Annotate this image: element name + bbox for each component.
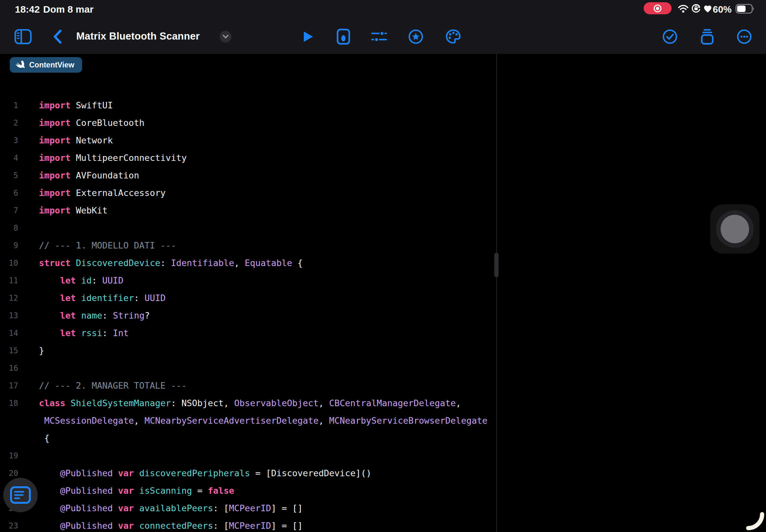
line-number [0,429,18,447]
code-text: class ShieldSystemManager: NSObject, Obs… [39,394,461,412]
line-number: 6 [0,184,18,202]
sidebar-toggle-button[interactable] [14,29,32,44]
code-line-8[interactable]: 8 [0,219,39,237]
line-number: 11 [0,272,18,289]
code-line-23[interactable]: 23 @Published var connectedPeers: [MCPee… [0,517,303,532]
code-text: @Published var connectedPeers: [MCPeerID… [39,517,303,532]
screen-recording-indicator[interactable] [644,2,672,14]
settings-sliders-button[interactable] [371,29,387,44]
ellipsis-circle-icon [736,29,752,44]
status-date: Dom 8 mar [43,4,93,15]
more-options-button[interactable] [736,29,752,44]
star-circle-icon [408,29,424,44]
line-number: 15 [0,342,18,359]
line-number [0,412,18,429]
code-line-16[interactable]: 16 [0,359,39,377]
code-line-22[interactable]: 22 @Published var availablePeers: [MCPee… [0,500,303,517]
code-line-14[interactable]: 14 let rssi: Int [0,324,128,342]
console-log-icon [10,486,31,504]
app-preview-button[interactable] [335,29,351,45]
code-text: // --- 1. MODELLO DATI --- [39,237,176,254]
palette-icon [445,29,462,44]
assistive-touch-icon [716,210,754,248]
line-number: 5 [0,167,18,184]
line-number: 23 [0,517,18,532]
code-line-11[interactable]: 11 let id: UUID [0,272,123,289]
code-editor-pane[interactable]: ContentView 1import SwiftUI2import CoreB… [0,54,496,532]
run-play-icon [303,31,313,42]
check-actions-button[interactable] [662,29,678,44]
console-log-button[interactable] [3,478,38,512]
title-menu-button[interactable] [220,31,231,42]
code-line-3[interactable]: 3import Network [0,132,113,149]
line-number: 12 [0,289,18,307]
line-number: 1 [0,97,18,114]
assistive-touch-button[interactable] [710,204,760,254]
document-title: Matrix Bluetooth Scanner [76,30,200,42]
code-area[interactable]: 1import SwiftUI2import CoreBluetooth3imp… [0,54,496,532]
code-text: struct DiscoveredDevice: Identifiable, E… [39,254,303,272]
code-line-12[interactable]: 12 let identifier: UUID [0,289,165,307]
code-line-1[interactable]: 1import SwiftUI [0,97,113,114]
code-text: let name: String? [39,307,150,324]
appearance-button[interactable] [445,29,462,44]
code-text: @Published var discoveredPeripherals = [… [39,465,371,482]
orientation-lock-icon [691,3,701,13]
code-line-9[interactable]: 9// --- 1. MODELLO DATI --- [0,237,176,254]
sidebar-toggle-icon [14,29,32,44]
code-text: @Published var isScanning = false [39,482,234,500]
code-line-13[interactable]: 13 let name: String? [0,307,150,324]
window-stack-button[interactable] [699,29,715,45]
line-number: 16 [0,359,18,377]
sliders-icon [371,29,387,44]
line-number: 13 [0,307,18,324]
favorites-button[interactable] [408,29,424,44]
editor-scrollbar[interactable] [494,253,499,277]
code-line-20[interactable]: 20 @Published var discoveredPeripherals … [0,465,371,482]
code-line-19[interactable]: 19 [0,447,39,465]
wifi-icon [678,4,689,13]
run-button[interactable] [303,31,313,42]
back-chevron-icon [51,29,64,45]
code-line-10[interactable]: 10struct DiscoveredDevice: Identifiable,… [0,254,303,272]
code-text: import Network [39,132,113,149]
app-preview-icon [335,29,351,45]
code-text: import ExternalAccessory [39,184,165,202]
line-number: 8 [0,219,18,237]
line-number: 17 [0,377,18,394]
code-text: @Published var availablePeers: [MCPeerID… [39,500,303,517]
code-text: // --- 2. MANAGER TOTALE --- [39,377,187,394]
code-line-18[interactable]: 18class ShieldSystemManager: NSObject, O… [0,394,461,412]
line-number: 3 [0,132,18,149]
code-line-5[interactable]: 5import AVFoundation [0,167,139,184]
code-text: MCSessionDelegate, MCNearbyServiceAdvert… [39,412,488,429]
back-button[interactable] [51,29,64,45]
line-number: 10 [0,254,18,272]
code-line-4[interactable]: 4import MultipeerConnectivity [0,149,187,167]
title-disclosure-chevron-icon [222,34,229,39]
heart-icon [703,4,712,13]
code-text: } [39,342,44,359]
line-number: 18 [0,394,18,412]
line-number: 2 [0,114,18,132]
code-line-15[interactable]: 15} [0,342,44,359]
code-line-6[interactable]: 6import ExternalAccessory [0,184,165,202]
battery-percent: 60% [713,4,732,15]
code-text: import SwiftUI [39,97,113,114]
line-number: 19 [0,447,18,465]
code-text: import WebKit [39,202,107,219]
code-line-wrap[interactable]: { [0,429,50,447]
code-line-7[interactable]: 7import WebKit [0,202,107,219]
code-line-wrap[interactable]: MCSessionDelegate, MCNearbyServiceAdvert… [0,412,488,429]
code-line-17[interactable]: 17// --- 2. MANAGER TOTALE --- [0,377,187,394]
code-text: import MultipeerConnectivity [39,149,187,167]
code-line-2[interactable]: 2import CoreBluetooth [0,114,144,132]
battery-icon [736,4,755,14]
code-text: import AVFoundation [39,167,139,184]
line-number: 14 [0,324,18,342]
code-text: import CoreBluetooth [39,114,144,132]
code-text: let id: UUID [39,272,123,289]
line-number: 7 [0,202,18,219]
pencil-stroke-arc [740,506,766,532]
checkmark-circle-icon [662,29,678,44]
